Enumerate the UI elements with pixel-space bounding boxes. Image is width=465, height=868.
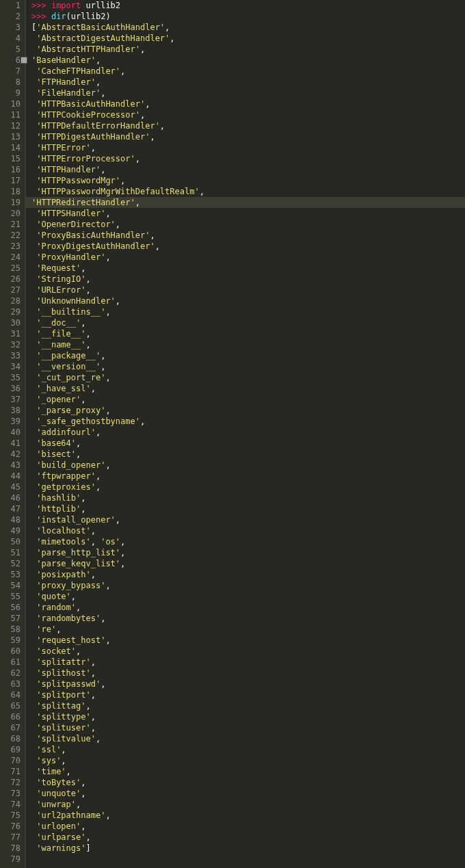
code-line[interactable]: ['AbstractBasicAuthHandler', <box>31 22 465 33</box>
code-line[interactable]: 'HTTPPasswordMgr', <box>31 175 465 186</box>
line-number-gutter[interactable]: 1234567891011121314151617181920212223242… <box>0 0 25 868</box>
code-line[interactable]: '__version__', <box>31 361 465 372</box>
code-line[interactable]: 'socket', <box>31 646 465 657</box>
code-line[interactable]: 'HTTPError', <box>31 142 465 153</box>
token-comma: , <box>71 592 76 601</box>
code-line[interactable]: 'HTTPSHandler', <box>31 208 465 219</box>
code-line[interactable]: 'URLError', <box>31 285 465 295</box>
code-line[interactable]: 'HTTPHandler', <box>31 164 465 175</box>
code-line[interactable]: 'posixpath', <box>31 569 465 580</box>
code-line[interactable]: 're', <box>31 624 465 635</box>
code-line[interactable]: 'base64', <box>31 438 465 449</box>
code-line[interactable]: 'parse_keqv_list', <box>31 558 465 569</box>
code-line[interactable]: 'splituser', <box>31 722 465 733</box>
code-line[interactable]: >>> import urllib2 <box>31 0 465 11</box>
code-line[interactable]: '__name__', <box>31 339 465 350</box>
code-line[interactable]: 'HTTPRedirectHandler', <box>26 197 465 208</box>
line-number: 71 <box>5 766 21 777</box>
line-number: 65 <box>5 700 21 711</box>
code-line[interactable]: 'BaseHandler', <box>31 55 465 66</box>
code-line[interactable]: >>> dir(urllib2) <box>31 11 465 22</box>
code-line[interactable]: 'AbstractDigestAuthHandler', <box>31 33 465 44</box>
code-line[interactable]: 'mimetools', 'os', <box>31 536 465 547</box>
code-line[interactable]: '__doc__', <box>31 317 465 328</box>
token-comma: , <box>120 176 125 185</box>
code-line[interactable]: 'proxy_bypass', <box>31 580 465 591</box>
code-line[interactable]: 'quote', <box>31 591 465 602</box>
code-line[interactable]: 'HTTPErrorProcessor', <box>31 153 465 164</box>
line-number: 72 <box>5 777 21 788</box>
code-line[interactable]: '_safe_gethostbyname', <box>31 416 465 427</box>
code-line[interactable]: 'splithost', <box>31 668 465 679</box>
token-comma: , <box>81 821 85 831</box>
code-line[interactable]: 'HTTPDefaultErrorHandler', <box>31 120 465 131</box>
code-line[interactable] <box>31 854 465 865</box>
code-line[interactable]: 'addinfourl', <box>31 427 465 438</box>
code-line[interactable]: 'splittype', <box>31 711 465 722</box>
code-line[interactable]: 'unwrap', <box>31 799 465 810</box>
code-line[interactable]: 'HTTPCookieProcessor', <box>31 109 465 120</box>
code-line[interactable]: 'parse_http_list', <box>31 547 465 558</box>
fold-marker-icon[interactable] <box>21 57 27 64</box>
line-number: 55 <box>5 591 21 602</box>
code-line[interactable]: 'ProxyBasicAuthHandler', <box>31 230 465 241</box>
code-line[interactable]: '__package__', <box>31 350 465 361</box>
code-line[interactable]: 'splitpasswd', <box>31 679 465 689</box>
code-line[interactable]: 'install_opener', <box>31 514 465 525</box>
code-line[interactable]: 'randombytes', <box>31 613 465 624</box>
code-line[interactable]: 'ssl', <box>31 744 465 755</box>
code-line[interactable]: 'build_opener', <box>31 460 465 471</box>
code-line[interactable]: '_parse_proxy', <box>31 405 465 416</box>
code-line[interactable]: 'request_host', <box>31 635 465 646</box>
code-line[interactable]: 'StringIO', <box>31 274 465 285</box>
code-line[interactable]: 'toBytes', <box>31 777 465 788</box>
line-number: 42 <box>5 449 21 460</box>
code-line[interactable]: 'random', <box>31 602 465 613</box>
token-str: 'urlopen' <box>36 821 81 831</box>
line-number: 75 <box>5 810 21 821</box>
code-line[interactable]: 'url2pathname', <box>31 810 465 821</box>
code-line[interactable]: 'HTTPPasswordMgrWithDefaultRealm', <box>31 186 465 197</box>
code-line[interactable]: 'time', <box>31 766 465 777</box>
code-line[interactable]: '_cut_port_re', <box>31 372 465 383</box>
code-line[interactable]: 'FileHandler', <box>31 88 465 98</box>
code-area[interactable]: >>> import urllib2>>> dir(urllib2)['Abst… <box>25 0 465 868</box>
code-line[interactable]: 'HTTPBasicAuthHandler', <box>31 98 465 109</box>
code-editor[interactable]: 1234567891011121314151617181920212223242… <box>0 0 465 868</box>
code-line[interactable]: 'splitvalue', <box>31 733 465 744</box>
code-line[interactable]: 'bisect', <box>31 449 465 460</box>
code-line[interactable]: 'urlparse', <box>31 832 465 843</box>
code-line[interactable]: 'urlopen', <box>31 821 465 832</box>
code-line[interactable]: 'Request', <box>31 263 465 274</box>
code-line[interactable]: 'UnknownHandler', <box>31 295 465 306</box>
token-comma: , <box>85 285 90 295</box>
code-line[interactable]: 'FTPHandler', <box>31 77 465 88</box>
line-number: 36 <box>5 383 21 394</box>
code-line[interactable]: 'HTTPDigestAuthHandler', <box>31 131 465 142</box>
code-line[interactable]: 'OpenerDirector', <box>31 219 465 230</box>
code-line[interactable]: '__builtins__', <box>31 306 465 317</box>
token-str: 'sys' <box>36 756 61 765</box>
token-comma: , <box>91 723 96 733</box>
line-number: 3 <box>5 22 21 33</box>
code-line[interactable]: 'ProxyDigestAuthHandler', <box>31 241 465 252</box>
code-line[interactable]: 'splittag', <box>31 700 465 711</box>
code-line[interactable]: '_opener', <box>31 394 465 405</box>
code-line[interactable]: 'AbstractHTTPHandler', <box>31 44 465 55</box>
code-line[interactable]: 'unquote', <box>31 788 465 799</box>
code-line[interactable]: '__file__', <box>31 328 465 339</box>
code-line[interactable]: '_have_ssl', <box>31 383 465 394</box>
token-str: 'FTPHandler' <box>36 77 96 87</box>
code-line[interactable]: 'splitattr', <box>31 657 465 668</box>
code-line[interactable]: 'hashlib', <box>31 492 465 503</box>
code-line[interactable]: 'getproxies', <box>31 482 465 492</box>
code-line[interactable]: 'splitport', <box>31 689 465 700</box>
code-line[interactable]: 'ProxyHandler', <box>31 252 465 263</box>
code-line[interactable]: 'localhost', <box>31 525 465 536</box>
code-line[interactable]: 'warnings'] <box>31 843 465 854</box>
line-number: 63 <box>5 679 21 689</box>
code-line[interactable]: 'httplib', <box>31 503 465 514</box>
code-line[interactable]: 'CacheFTPHandler', <box>31 66 465 77</box>
code-line[interactable]: 'ftpwrapper', <box>31 471 465 482</box>
code-line[interactable]: 'sys', <box>31 755 465 766</box>
